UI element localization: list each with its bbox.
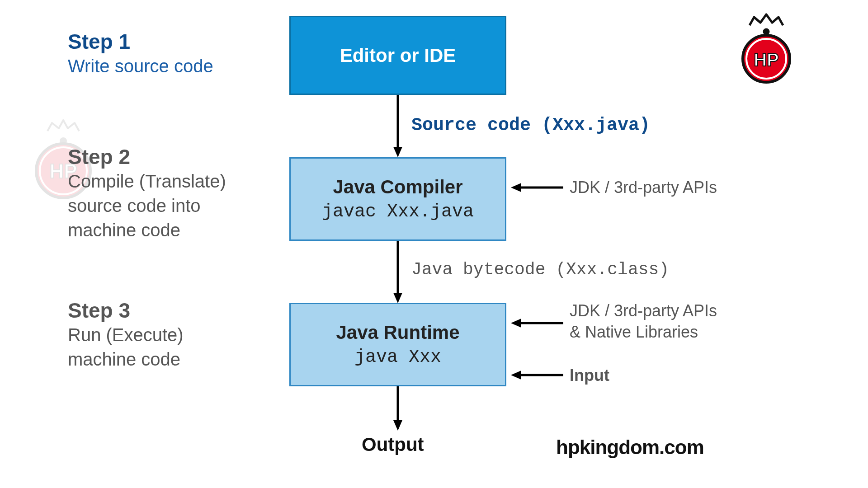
svg-marker-11 [511, 319, 521, 328]
svg-marker-5 [393, 147, 402, 157]
svg-marker-13 [511, 371, 521, 380]
label-apis-compiler: JDK / 3rd-party APIs [570, 177, 717, 198]
box-editor-title: Editor or IDE [340, 45, 456, 66]
step1-block: Step 1 Write source code [68, 29, 213, 78]
step3-head: Step 3 [68, 298, 184, 323]
step2-head: Step 2 [68, 145, 226, 169]
label-input: Input [570, 365, 609, 386]
arrow-apis-runtime [510, 316, 564, 330]
arrow-editor-compiler [393, 95, 402, 158]
svg-point-16 [764, 29, 769, 34]
box-editor: Editor or IDE [289, 16, 506, 95]
svg-marker-7 [511, 183, 521, 192]
label-bytecode: Java bytecode (Xxx.class) [411, 260, 669, 279]
arrow-apis-compiler [510, 181, 564, 194]
step3-sub: Run (Execute) machine code [68, 323, 184, 371]
brand-text: hpkingdom.com [556, 436, 704, 459]
svg-marker-9 [393, 293, 402, 303]
logo-text-icon: HP [754, 50, 779, 70]
arrow-compiler-runtime [393, 241, 402, 304]
step1-sub: Write source code [68, 54, 213, 78]
box-runtime-cmd: java Xxx [354, 347, 441, 367]
label-output: Output [362, 434, 424, 455]
step2-block: Step 2 Compile (Translate) source code i… [68, 145, 226, 242]
step1-head: Step 1 [68, 29, 213, 54]
step3-block: Step 3 Run (Execute) machine code [68, 298, 184, 371]
hp-logo: HP [732, 13, 800, 87]
box-runtime: Java Runtime java Xxx [289, 303, 506, 386]
box-compiler: Java Compiler javac Xxx.java [289, 157, 506, 241]
box-compiler-title: Java Compiler [333, 176, 462, 198]
arrow-runtime-output [393, 386, 402, 432]
box-runtime-title: Java Runtime [336, 322, 459, 343]
label-apis-runtime: JDK / 3rd-party APIs & Native Libraries [570, 300, 717, 343]
svg-marker-15 [393, 420, 402, 431]
box-compiler-cmd: javac Xxx.java [322, 202, 474, 222]
step2-sub: Compile (Translate) source code into mac… [68, 169, 226, 242]
arrow-input-runtime [510, 368, 564, 382]
label-source-code: Source code (Xxx.java) [411, 115, 650, 136]
